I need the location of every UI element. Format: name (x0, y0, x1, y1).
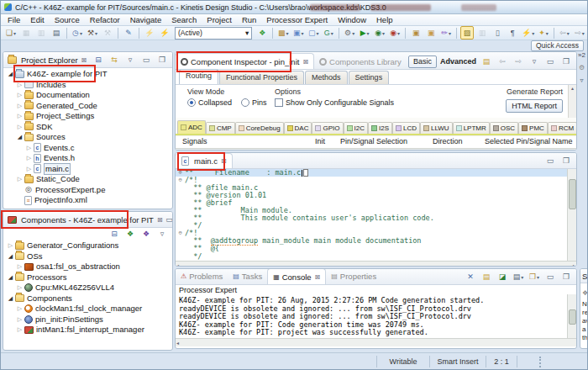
inspector-hscrollbar[interactable]: ◂ ▸ (176, 148, 576, 151)
close-icon[interactable]: ⊠ (157, 216, 163, 224)
maximize-icon[interactable]: ❐ (559, 154, 573, 167)
close-icon[interactable]: ⊠ (221, 157, 227, 165)
inspector-scrollbar[interactable]: ▴ (568, 85, 576, 118)
component-item-oss[interactable]: ◢OSs (3, 251, 172, 262)
scroll-right-icon[interactable]: ▸ (573, 150, 575, 151)
project-item-includes[interactable]: ▷Includes (3, 80, 172, 91)
minimize-icon[interactable]: ▭ (163, 213, 173, 226)
tab-properties[interactable]: ▤Properties (326, 269, 381, 284)
profile-button[interactable]: ◉▾ (388, 26, 402, 40)
code-line[interactable]: */ (176, 222, 568, 230)
editor-hscrollbar[interactable]: ◂ ▸ (176, 261, 576, 267)
pe-wizard-button[interactable]: ⚡▾ (521, 26, 535, 40)
advanced-button[interactable]: Advanced (440, 57, 476, 66)
minimize-icon[interactable]: ▭ (543, 154, 557, 167)
refresh-icon[interactable]: ❖ (582, 289, 588, 297)
peripheral-tab-rcm[interactable]: RCM (548, 122, 576, 134)
view-menu-icon[interactable]: ▿ (123, 53, 137, 66)
code-line[interactable]: ** @addtogroup main_module main module d… (176, 237, 568, 245)
menu-item-run[interactable]: Run (237, 14, 261, 25)
back-button[interactable]: ⇦▾ (558, 26, 571, 40)
component-item-generator-configurations[interactable]: ▷Generator_Configurations (3, 240, 172, 251)
code-line[interactable]: ** This module contains user's applicati… (176, 214, 568, 222)
format-button[interactable]: ✏▾ (439, 26, 453, 40)
maximize-icon[interactable]: ❐ (155, 53, 169, 66)
console-output[interactable]: K46Z- example for PIT: 26 Aug, 2015 2:27… (176, 297, 576, 338)
scroll-left-icon[interactable]: ◂ (176, 262, 179, 267)
peripheral-tab-i2c[interactable]: I2C (344, 122, 368, 134)
code-line[interactable]: ** @version 01.01 (176, 192, 568, 199)
fold-expand-icon[interactable]: ⊕ (176, 169, 185, 177)
peripheral-tab-gpio[interactable]: GPIO (312, 122, 343, 134)
component-item-intman1-fsl-interrupt-manager[interactable]: ▷intMan1:fsl_interrupt_manager (3, 325, 172, 336)
tab-tasks[interactable]: ▤Tasks (228, 269, 267, 284)
project-item-static-code[interactable]: ▷Static_Code (3, 174, 172, 185)
project-item-processorexpert-pe[interactable]: ◎ProcessorExpert.pe (3, 185, 172, 196)
tab-components-library[interactable]: Components Library (314, 54, 407, 69)
menu-item-refactor[interactable]: Refactor (85, 14, 125, 25)
peripheral-tab-i2s[interactable]: I2S (368, 122, 392, 134)
peripheral-tab-lptmr[interactable]: LPTMR (453, 122, 490, 134)
pe-disabled-button[interactable]: ⚡ (143, 26, 156, 40)
minimize-icon[interactable]: ▭ (139, 53, 153, 66)
maximize-icon[interactable]: ❐ (559, 55, 573, 68)
menu-item-project[interactable]: Project (202, 14, 237, 25)
fold-collapse-icon[interactable]: ⊖ (176, 177, 185, 184)
scroll-thumb[interactable] (352, 150, 412, 151)
new-cpp-button[interactable]: ▣▾ (291, 26, 305, 40)
component-item-osa1-fsl-os-abstraction[interactable]: ▷osa1:fsl_os_abstraction (3, 262, 172, 272)
scroll-left-icon[interactable]: ◂ (176, 150, 179, 151)
console-vscrollbar[interactable] (567, 294, 576, 342)
minimize-icon[interactable]: ▭ (543, 270, 557, 283)
subtab-methods[interactable]: Methods (305, 71, 348, 84)
view-menu-icon[interactable]: ▿ (155, 227, 169, 240)
tab-console[interactable]: ▦Console⊠ (267, 268, 326, 284)
view-overflow-button[interactable]: »2 (578, 51, 585, 59)
remove-all-icon[interactable]: ▤ (480, 270, 493, 283)
scroll-left-icon[interactable]: ◂ (176, 340, 179, 346)
print-button[interactable]: ▤ (50, 26, 63, 40)
project-item-events-c[interactable]: ▷cEvents.c (3, 143, 172, 154)
peripheral-tab-dac[interactable]: DAC (284, 122, 312, 134)
active-config-combo[interactable]: (Active)▾ (175, 27, 252, 40)
menu-item-search[interactable]: Search (166, 14, 202, 25)
save-button[interactable]: ▦ (19, 26, 33, 40)
mark-occurrences-toggle[interactable]: ▨ (460, 26, 474, 40)
debug-button[interactable]: ◉▾ (373, 26, 386, 40)
mark-mode-button[interactable]: ✎ (122, 26, 135, 40)
project-item-events-h[interactable]: ▷hEvents.h (3, 153, 172, 164)
display-console-icon[interactable]: ▤▾ (512, 270, 525, 283)
component-item-pin-init-pinsettings[interactable]: ▷pin_init:PinSettings (3, 314, 172, 325)
project-item-sdk[interactable]: ▷SDK (3, 122, 172, 133)
pe-generate-button[interactable]: ⚡ (158, 26, 171, 40)
scroll-lock-icon[interactable]: ◪ (496, 270, 509, 283)
peripheral-tab-pmc[interactable]: PMC (518, 122, 548, 134)
radio-pins[interactable] (241, 98, 249, 107)
scroll-thumb[interactable] (569, 179, 576, 209)
forward-button[interactable]: ⇨▾ (573, 26, 586, 40)
collapse-all-icon[interactable]: ⊟ (92, 53, 105, 66)
code-line[interactable]: */ (176, 253, 568, 261)
code-editor[interactable]: ⊕** Filename : main.c⊖/*! ** @file main.… (176, 169, 576, 261)
peripheral-tab-adc[interactable]: ADC (177, 120, 206, 134)
project-item-projectinfo-xml[interactable]: ≡ProjectInfo.xml (3, 195, 172, 206)
fold-collapse-icon[interactable]: ⊖ (176, 230, 185, 237)
view-menu-icon[interactable]: ▿ (580, 77, 583, 84)
menu-item-file[interactable]: File (3, 14, 25, 25)
forward-icon[interactable]: ⇨ (512, 55, 525, 68)
component-item-components[interactable]: ◢Components (3, 293, 172, 304)
project-item-project-settings[interactable]: ▷Project_Settings (3, 111, 172, 122)
skip-breakpoints-button[interactable]: ◷▾ (71, 26, 84, 40)
project-item-documentation[interactable]: ▷Documentation (3, 90, 172, 101)
new-c-file-button[interactable]: ▢▾ (307, 26, 320, 40)
project-item-sources[interactable]: ◢Sources (3, 132, 172, 143)
html-report-button[interactable]: HTML Report (506, 99, 563, 113)
menu-item-source[interactable]: Source (50, 14, 85, 25)
user-button[interactable]: ✦▾ (537, 26, 550, 40)
tab-main-c[interactable]: c main.c ⊠ (176, 153, 233, 168)
back-icon[interactable]: ⇦ (496, 55, 509, 68)
peripheral-tab-cmp[interactable]: CMP (206, 122, 235, 134)
component-item-clockman1-fsl-clock-manager[interactable]: ▷clockMan1:fsl_clock_manager (3, 304, 172, 314)
menu-item-navigate[interactable]: Navigate (125, 14, 167, 25)
menu-item-window[interactable]: Window (333, 14, 371, 25)
